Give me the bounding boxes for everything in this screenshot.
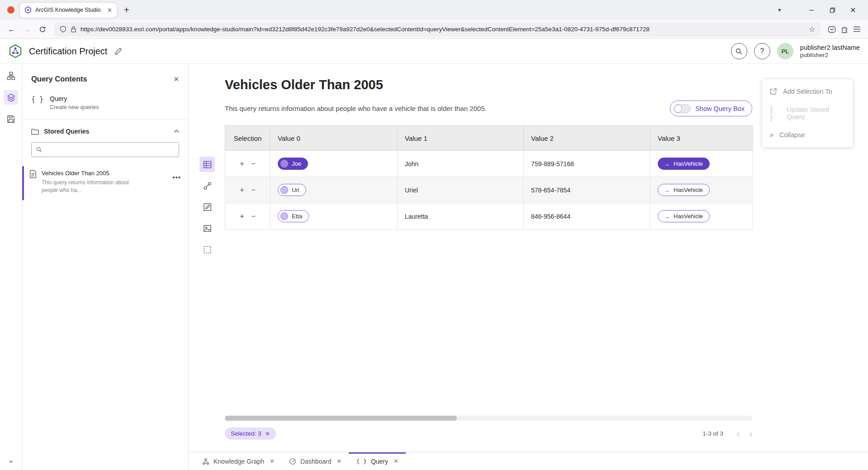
tab-title: ArcGIS Knowledge Studio [35, 7, 104, 13]
user-avatar[interactable]: PL [777, 43, 793, 59]
menu-item-add-selection-to[interactable]: Add Selection To [762, 81, 853, 102]
dashboard-icon [289, 458, 296, 465]
tracking-shield-icon[interactable] [60, 26, 66, 33]
pagination: 1-3 of 3 ‹ › [702, 430, 752, 438]
cell-value1: John [398, 151, 524, 177]
menu-hamburger-icon[interactable] [853, 26, 861, 33]
relationship-pill[interactable]: → HasVehicle [658, 210, 710, 222]
menu-item-collapse[interactable]: » Collapse [762, 124, 853, 146]
horizontal-scrollbar[interactable] [225, 416, 752, 421]
edit-title-pencil-icon[interactable] [114, 48, 122, 55]
edit-box-icon [203, 203, 212, 211]
tab-label: Knowledge Graph [213, 458, 264, 465]
add-to-selection-button[interactable]: + [240, 212, 244, 220]
map-view-button[interactable] [199, 221, 215, 236]
tab-close-icon[interactable]: ✕ [107, 7, 112, 14]
entity-pill[interactable]: Etta [278, 210, 309, 222]
query-result-title: Vehicles Older Than 2005 [225, 77, 752, 92]
window-restore-button[interactable] [822, 0, 843, 20]
show-query-box-toggle-group[interactable]: Show Query Box [670, 101, 752, 116]
collapse-section-chevron-icon[interactable] [174, 129, 179, 133]
previous-page-button[interactable]: ‹ [737, 430, 740, 438]
entity-pill-label: Joe [292, 160, 301, 167]
list-tabs-chevron-icon[interactable]: ▼ [777, 7, 782, 13]
remove-from-selection-button[interactable]: − [251, 212, 256, 220]
add-selection-icon [769, 88, 777, 96]
tab-close-icon[interactable]: ✕ [270, 458, 275, 465]
link-chart-view-button[interactable] [199, 178, 215, 193]
query-viewer: Vehicles Older Than 2005 This query retu… [189, 64, 868, 452]
relationship-pill[interactable]: → HasVehicle [658, 184, 710, 196]
help-button[interactable]: ? [754, 43, 770, 59]
table-view-button[interactable] [199, 157, 215, 172]
double-chevron-icon: » [769, 131, 773, 139]
add-to-selection-button[interactable]: + [240, 160, 244, 168]
folder-icon [31, 128, 39, 135]
new-tab-button[interactable]: + [124, 5, 129, 15]
scrollbar-thumb[interactable] [225, 416, 457, 421]
window-close-button[interactable]: ✕ [843, 0, 863, 20]
tab-close-icon[interactable]: ✕ [337, 458, 342, 465]
arrow-right-icon: → [664, 213, 670, 220]
tab-label: Query [371, 458, 388, 465]
selection-count-chip[interactable]: Selected: 3 ✕ [225, 427, 276, 440]
item-options-kebab-icon[interactable]: ••• [172, 170, 181, 181]
table-header-row: Selection Value 0 Value 1 Value 2 Value … [225, 126, 753, 151]
stored-query-item[interactable]: Vehicles Older Than 2005 This query retu… [22, 166, 188, 200]
search-button[interactable] [731, 43, 747, 59]
table-icon [203, 160, 212, 169]
window-minimize-button[interactable] [801, 0, 822, 20]
save-button[interactable] [4, 112, 18, 126]
lock-icon[interactable] [71, 26, 76, 33]
selection-count-label: Selected: 3 [231, 430, 261, 437]
entity-pill[interactable]: Uri [278, 184, 306, 196]
relationship-pill-label: HasVehicle [674, 213, 703, 220]
add-to-selection-button[interactable]: + [240, 186, 244, 194]
show-query-box-label: Show Query Box [695, 105, 745, 112]
pocket-icon[interactable] [828, 25, 836, 34]
edit-view-button[interactable] [199, 199, 215, 215]
reload-button[interactable] [35, 22, 50, 37]
forward-button[interactable]: → [20, 22, 34, 37]
next-page-button[interactable]: › [749, 430, 752, 438]
remove-from-selection-button[interactable]: − [251, 160, 256, 168]
stored-queries-search-input[interactable] [46, 146, 174, 153]
stored-queries-search[interactable] [31, 142, 179, 157]
toggle-knob [674, 105, 682, 113]
table-row[interactable]: +− Uri Uriel 578-654-7854 [225, 177, 753, 203]
cell-value1: Uriel [398, 177, 524, 203]
browser-tab[interactable]: ArcGIS Knowledge Studio ✕ [20, 3, 117, 18]
user-name-block: publisher2 lastName publisher2 [800, 43, 860, 59]
show-query-box-toggle[interactable] [674, 104, 691, 113]
column-header-value0: Value 0 [270, 126, 398, 151]
arrow-right-icon: → [664, 187, 670, 194]
relationship-pill[interactable]: → HasVehicle [658, 158, 710, 170]
extensions-icon[interactable] [840, 25, 849, 34]
menu-item-label: Collapse [779, 131, 805, 139]
tab-close-icon[interactable]: ✕ [394, 458, 398, 465]
entity-pill[interactable]: Joe [278, 158, 308, 170]
search-icon [36, 147, 42, 153]
selection-tool-button[interactable] [199, 242, 215, 257]
panel-close-icon[interactable]: ✕ [173, 75, 179, 83]
pagination-range: 1-3 of 3 [702, 430, 723, 437]
table-row[interactable]: +− Etta Lauretta 846-956-8644 [225, 203, 753, 230]
selection-context-menu: Add Selection To { } Update Stored Query… [762, 79, 853, 147]
new-query-item[interactable]: { } Query Create new queries [22, 91, 188, 120]
tab-knowledge-graph[interactable]: Knowledge Graph ✕ [195, 452, 282, 470]
relationship-pill-label: HasVehicle [674, 187, 703, 193]
clear-selection-icon[interactable]: ✕ [266, 431, 270, 437]
tab-query[interactable]: { } Query ✕ [349, 452, 406, 470]
data-model-button[interactable] [4, 68, 18, 83]
cell-value2: 846-956-8644 [524, 203, 650, 230]
back-button[interactable]: ← [5, 22, 19, 37]
expand-rail-chevrons-icon[interactable]: » [9, 458, 12, 465]
column-header-value2: Value 2 [524, 126, 650, 151]
remove-from-selection-button[interactable]: − [251, 186, 256, 194]
tab-dashboard[interactable]: Dashboard ✕ [282, 452, 349, 470]
url-bar[interactable]: https://dev0028833.esri.com/portal/apps/… [54, 22, 821, 37]
stored-queries-header: Stored Queries [22, 120, 188, 141]
table-row[interactable]: +− Joe John 759-889-57168 [225, 151, 753, 177]
bookmark-star-icon[interactable]: ☆ [809, 25, 815, 34]
contents-layers-button[interactable] [4, 90, 18, 105]
